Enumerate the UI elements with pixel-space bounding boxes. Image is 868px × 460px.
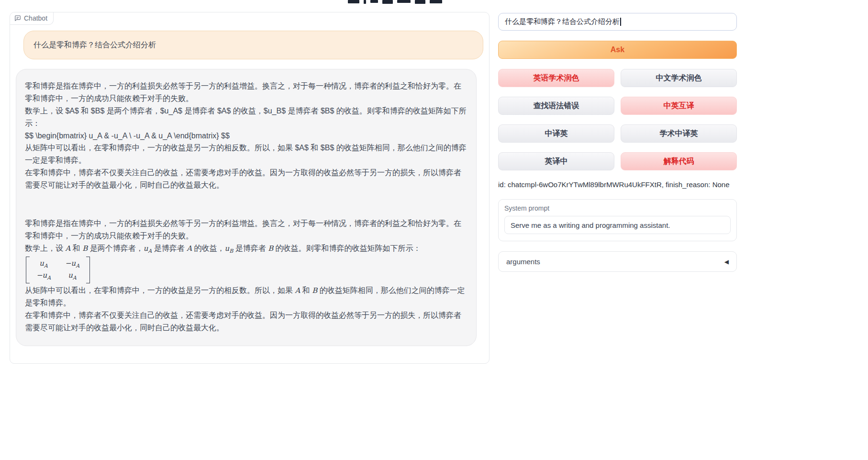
ask-button-label: Ask bbox=[611, 45, 624, 54]
text-caret bbox=[620, 18, 621, 26]
bot-rendered-paragraph: 在零和博弈中，博弈者不仅要关注自己的收益，还需要考虑对手的收益。因为一方取得的收… bbox=[25, 309, 467, 334]
user-message-bubble: 什么是零和博弈？结合公式介绍分析 bbox=[23, 31, 483, 59]
completion-status-line: id: chatcmpl-6wOo7KrYTwMl89lbrMWRu4UkFFX… bbox=[498, 180, 737, 189]
app-layout: Chatbot 什么是零和博弈？结合公式介绍分析 零和博弈是指在博弈中，一方的利… bbox=[10, 12, 737, 364]
ask-button[interactable]: Ask bbox=[498, 41, 737, 59]
chat-bubble-icon bbox=[14, 15, 21, 22]
bot-raw-paragraph: 零和博弈是指在博弈中，一方的利益损失必然等于另一方的利益增益。换言之，对于每一种… bbox=[25, 80, 467, 105]
bot-message-bubble: 零和博弈是指在博弈中，一方的利益损失必然等于另一方的利益增益。换言之，对于每一种… bbox=[16, 69, 477, 346]
question-input[interactable]: 什么是零和博弈？结合公式介绍分析 bbox=[498, 13, 737, 31]
bot-raw-latex-line: $$ \begin{bmatrix} u_A & -u_A \ -u_A & u… bbox=[25, 130, 467, 142]
question-input-value: 什么是零和博弈？结合公式介绍分析 bbox=[505, 17, 620, 26]
quick-action-english-to-chinese[interactable]: 英译中 bbox=[498, 152, 614, 170]
system-prompt-value: Serve me as a writing and programming as… bbox=[511, 221, 670, 229]
chatbot-label-text: Chatbot bbox=[24, 14, 47, 22]
chatbot-block-label: Chatbot bbox=[10, 12, 54, 25]
payoff-matrix: uA −uA −uA uA bbox=[26, 257, 90, 283]
bot-rendered-paragraph-math: 从矩阵中可以看出，在零和博弈中，一方的收益是另一方的相反数。所以，如果 A 和 … bbox=[25, 284, 467, 309]
bot-rendered-paragraph-math: 数学上，设 A 和 B 是两个博弈者，uA 是博弈者 A 的收益，uB 是博弈者… bbox=[25, 242, 467, 256]
matrix-right-bracket bbox=[86, 257, 90, 283]
quick-action-academic-chinese-to-english[interactable]: 学术中译英 bbox=[621, 124, 737, 143]
system-prompt-input[interactable]: Serve me as a writing and programming as… bbox=[504, 216, 731, 234]
system-prompt-group: System prompt Serve me as a writing and … bbox=[498, 199, 737, 241]
accordion-collapse-icon: ◀ bbox=[724, 258, 729, 265]
quick-action-find-grammar-errors[interactable]: 查找语法错误 bbox=[498, 97, 614, 115]
user-message-text: 什么是零和博弈？结合公式介绍分析 bbox=[33, 41, 156, 49]
message-section-gap bbox=[25, 191, 467, 217]
chat-message-list: 什么是零和博弈？结合公式介绍分析 零和博弈是指在博弈中，一方的利益损失必然等于另… bbox=[10, 12, 489, 354]
controls-column: 什么是零和博弈？结合公式介绍分析 Ask 英语学术润色 中文学术润色 查找语法错… bbox=[498, 13, 737, 272]
quick-action-zh-en-translate[interactable]: 中英互译 bbox=[621, 97, 737, 115]
bot-raw-paragraph: 在零和博弈中，博弈者不仅要关注自己的收益，还需要考虑对手的收益。因为一方取得的收… bbox=[25, 167, 467, 191]
bot-rendered-paragraph: 零和博弈是指在博弈中，一方的利益损失必然等于另一方的利益增益。换言之，对于每一种… bbox=[25, 217, 467, 242]
quick-action-grid: 英语学术润色 中文学术润色 查找语法错误 中英互译 中译英 学术中译英 英译中 … bbox=[498, 69, 737, 170]
matrix-left-bracket bbox=[26, 257, 30, 283]
quick-action-chinese-academic-polish[interactable]: 中文学术润色 bbox=[621, 69, 737, 87]
arguments-accordion-label: arguments bbox=[506, 258, 540, 266]
bot-raw-paragraph: 从矩阵中可以看出，在零和博弈中，一方的收益是另一方的相反数。所以，如果 $A$ … bbox=[25, 142, 467, 167]
bot-raw-paragraph: 数学上，设 $A$ 和 $B$ 是两个博弈者，$u_A$ 是博弈者 $A$ 的收… bbox=[25, 105, 467, 130]
clipped-page-title bbox=[348, 0, 442, 4]
quick-action-explain-code[interactable]: 解释代码 bbox=[621, 152, 737, 170]
system-prompt-label: System prompt bbox=[504, 204, 731, 212]
quick-action-english-academic-polish[interactable]: 英语学术润色 bbox=[498, 69, 614, 87]
chatbot-panel: Chatbot 什么是零和博弈？结合公式介绍分析 零和博弈是指在博弈中，一方的利… bbox=[10, 12, 490, 364]
quick-action-chinese-to-english[interactable]: 中译英 bbox=[498, 124, 614, 143]
arguments-accordion[interactable]: arguments ◀ bbox=[498, 251, 737, 272]
app-page: Chatbot 什么是零和博弈？结合公式介绍分析 零和博弈是指在博弈中，一方的利… bbox=[0, 0, 868, 460]
